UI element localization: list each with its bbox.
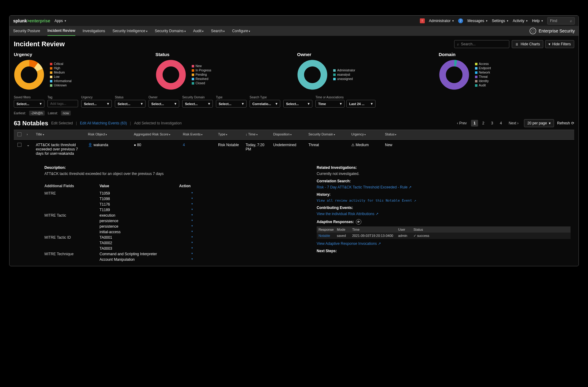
nav-incident-review[interactable]: Incident Review <box>47 26 75 36</box>
nav-configure[interactable]: Configure <box>232 26 250 36</box>
col-risk-object[interactable]: Risk Object <box>87 132 133 138</box>
searchtype-select[interactable]: Correlatio...▾ <box>250 100 280 108</box>
field-action-dropdown[interactable]: ▾ <box>191 208 193 212</box>
col-urgency[interactable]: Urgency <box>350 132 384 138</box>
administrator-menu[interactable]: Administrator <box>429 19 454 23</box>
field-action-dropdown[interactable]: ▾ <box>191 202 193 207</box>
nav-security-domains[interactable]: Security Domains <box>155 26 186 36</box>
select-all-checkbox[interactable] <box>17 132 21 136</box>
col-type[interactable]: Type <box>217 132 244 138</box>
nav-investigations[interactable]: Investigations <box>83 26 105 36</box>
adaptive-response-link[interactable]: View Adaptive Response Invocations ↗ <box>317 241 571 246</box>
additional-fields-label: Additional Fields <box>44 184 100 188</box>
hide-filters-button[interactable]: ▾Hide Filters <box>545 40 574 48</box>
owner-select[interactable]: Select...▾ <box>149 100 179 108</box>
legend-swatch-icon <box>192 78 194 80</box>
blank-filter-label <box>283 96 312 99</box>
type-select[interactable]: Select...▾ <box>216 100 247 108</box>
history-link[interactable]: View all review activity for this Notabl… <box>317 199 571 203</box>
edit-selected-link[interactable]: Edit Selected <box>51 121 73 125</box>
page-3[interactable]: 3 <box>489 120 496 127</box>
chevron-right-icon: › <box>517 121 518 125</box>
legend-item: Critical <box>50 62 72 66</box>
urgency-select[interactable]: Select...▾ <box>81 100 112 108</box>
field-action-dropdown[interactable]: ▾ <box>191 197 193 201</box>
tag-input[interactable]: Add tags... <box>47 100 78 107</box>
secdom-select[interactable]: Select...▾ <box>182 100 213 108</box>
field-action-dropdown[interactable]: ▾ <box>191 257 193 262</box>
field-action-dropdown[interactable]: ▾ <box>191 230 193 234</box>
tag-label: Tag <box>47 96 78 99</box>
correlation-search-link[interactable]: Risk - 7 Day ATT&CK Tactic Threshold Exc… <box>317 185 571 189</box>
messages-menu[interactable]: Messages <box>467 19 488 23</box>
field-value: TA0003 <box>100 246 179 251</box>
page-4[interactable]: 4 <box>497 120 504 127</box>
settings-menu[interactable]: Settings <box>492 19 508 23</box>
chevron-down-icon: ▾ <box>371 102 373 106</box>
nav-security-intelligence[interactable]: Security Intelligence <box>112 26 147 36</box>
field-value: TA0002 <box>100 241 179 245</box>
help-menu[interactable]: Help <box>532 19 543 23</box>
col-title[interactable]: Title <box>35 132 87 138</box>
legend-item: New <box>192 64 211 68</box>
page-1[interactable]: 1 <box>471 120 478 127</box>
field-action-dropdown[interactable]: ▾ <box>191 191 193 195</box>
row-checkbox[interactable] <box>17 143 21 147</box>
time-select[interactable]: Time▾ <box>315 100 345 108</box>
contributing-events-link[interactable]: View the individual Risk Attributions ↗ <box>317 212 571 216</box>
hide-charts-button[interactable]: ⫼Hide Charts <box>512 40 543 48</box>
col-risk-score[interactable]: Aggregated Risk Score <box>133 132 182 138</box>
field-action-dropdown[interactable]: ▾ <box>191 246 193 251</box>
apps-menu[interactable]: Apps <box>55 19 66 23</box>
cell-time: Today, 7:20 PM <box>244 142 272 152</box>
field-action-dropdown[interactable]: ▾ <box>191 252 193 256</box>
add-to-investigation-link[interactable]: Add Selected to Investigation <box>134 121 182 125</box>
status-select[interactable]: Select...▾ <box>115 100 145 108</box>
expand-row-icon[interactable]: ⌄ <box>27 143 30 147</box>
activity-menu[interactable]: Activity <box>513 19 528 23</box>
responses-row: Notable saved 2021-09-03T19:20:13-0400 a… <box>317 233 571 239</box>
next-page[interactable]: Next › <box>506 120 521 127</box>
field-key <box>44 202 100 207</box>
col-disposition[interactable]: Disposition <box>272 132 307 138</box>
col-time[interactable]: ↓ Time <box>244 132 272 138</box>
edit-all-link[interactable]: Edit All Matching Events (63) <box>80 121 127 125</box>
prev-page[interactable]: ‹ Prev <box>454 120 469 127</box>
nav-search[interactable]: Search <box>211 26 225 36</box>
saved-filters-select[interactable]: Select...▾ <box>14 100 44 108</box>
legend-item: Closed <box>192 81 211 85</box>
field-action-dropdown[interactable]: ▾ <box>191 235 193 240</box>
refresh-responses-icon[interactable]: ⟳ <box>356 219 361 225</box>
svg-point-3 <box>159 63 183 86</box>
field-action-dropdown[interactable]: ▾ <box>191 219 193 223</box>
extra-select[interactable]: Select...▾ <box>283 100 312 108</box>
col-security-domain[interactable]: Security Domain <box>307 132 350 138</box>
field-value: T1098 <box>100 197 179 201</box>
alert-badge-icon[interactable]: ! <box>420 18 425 23</box>
resp-cell-response[interactable]: Notable <box>318 234 337 238</box>
user-icon: 👤 <box>88 143 92 147</box>
expand-all-icon[interactable]: › <box>27 132 28 136</box>
field-action-dropdown[interactable]: ▾ <box>191 213 193 218</box>
table-row[interactable]: ⌄ ATT&CK tactic threshold exceeded over … <box>14 140 574 159</box>
refresh-button[interactable]: Refresh ⟳ <box>557 121 574 125</box>
per-page-select[interactable]: 20 per page▾ <box>524 119 554 127</box>
field-action-dropdown[interactable]: ▾ <box>191 224 193 229</box>
legend-swatch-icon <box>50 80 52 82</box>
nav-security-posture[interactable]: Security Posture <box>13 26 40 36</box>
col-risk-events[interactable]: Risk Events <box>182 132 217 138</box>
search-input[interactable]: ⌕Search... <box>454 40 509 48</box>
field-action-dropdown[interactable]: ▾ <box>191 241 193 245</box>
svg-point-5 <box>443 63 466 86</box>
chevron-down-icon: ▾ <box>175 102 176 106</box>
external-link-icon: ↗ <box>409 185 412 189</box>
find-input[interactable]: Find⌕ <box>547 17 575 25</box>
nav-audit[interactable]: Audit <box>193 26 204 36</box>
page-2[interactable]: 2 <box>480 120 487 127</box>
resp-cell-mode: saved <box>337 234 352 238</box>
col-status[interactable]: Status <box>384 132 402 138</box>
description-label: Description: <box>44 165 298 170</box>
timerange-select[interactable]: Last 24 ...▾ <box>346 100 375 108</box>
row-detail: Description: ATT&CK tactic threshold exc… <box>14 159 574 266</box>
cell-risk-events[interactable]: 4 <box>182 142 217 148</box>
